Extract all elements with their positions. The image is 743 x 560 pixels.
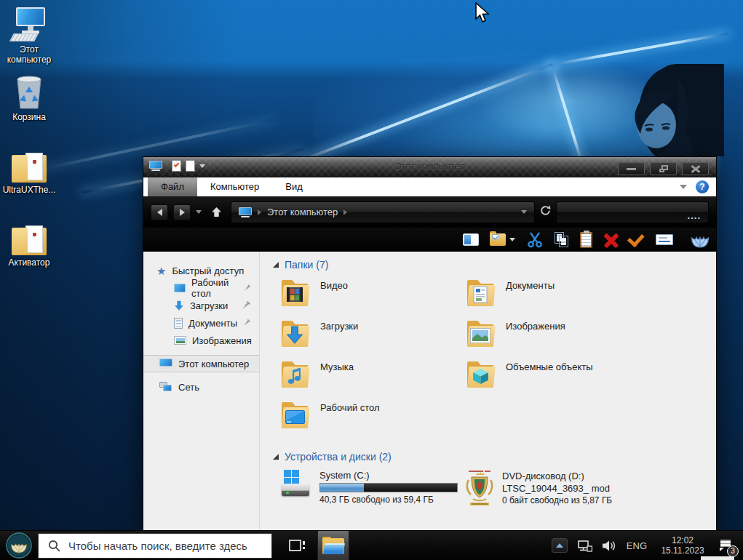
taskbar-clock[interactable]: 12:02 15.11.2023 (656, 535, 709, 556)
rename-button[interactable] (656, 230, 673, 250)
cut-button[interactable] (526, 230, 544, 250)
notification-center-button[interactable]: 3 (718, 536, 737, 555)
folder-label: Загрузки (320, 321, 358, 332)
desktop-icon-activator-folder[interactable]: Активатор (1, 220, 57, 268)
sidebar-item-label: Быстрый доступ (172, 265, 244, 276)
sidebar-item-network[interactable]: Сеть (143, 378, 259, 396)
desktop-icon-this-pc[interactable]: Этот компьютер (1, 7, 57, 65)
recent-locations-icon[interactable] (196, 210, 202, 214)
collapse-triangle-icon (273, 454, 279, 460)
new-folder-button[interactable] (490, 230, 515, 250)
language-indicator[interactable]: ENG (627, 540, 647, 551)
sidebar-item-label: Сеть (178, 382, 199, 393)
chevron-down-icon[interactable] (509, 238, 515, 241)
search-input[interactable] (68, 540, 254, 552)
copy-button[interactable] (555, 230, 569, 250)
drive-tile-dvd-d[interactable]: DVD-дисковод (D:) LTSC_19044_3693_ mod 0… (466, 470, 716, 508)
search-input[interactable]: .... (556, 201, 709, 223)
mouse-cursor (474, 2, 490, 27)
disk-usage-bar (319, 483, 458, 492)
clock-time: 12:02 (656, 535, 709, 545)
group-header-drives[interactable]: Устройства и диски (2) (273, 451, 716, 463)
drive-name: DVD-дисковод (D:) (502, 470, 612, 482)
folder-icon (11, 222, 47, 255)
desktop-icon-ultraux-folder[interactable]: UltraUXThe... (1, 148, 57, 195)
new-window-icon[interactable] (186, 160, 195, 172)
network-tray-icon[interactable] (577, 540, 592, 552)
taskbar-explorer-button[interactable] (317, 531, 349, 560)
desktop-icon-recycle-bin[interactable]: Корзина (1, 75, 57, 122)
explorer-window: Этот компьютер Файл Компьютер Вид ? Этот… (143, 156, 717, 530)
tab-computer[interactable]: Компьютер (197, 177, 272, 196)
volume-icon[interactable] (602, 540, 617, 552)
folder-tile-downloads[interactable]: Загрузки (280, 319, 466, 359)
minimize-button[interactable] (618, 162, 645, 175)
folder-tile-3d-objects[interactable]: Объемные объекты (466, 359, 651, 400)
delete-button[interactable] (603, 230, 619, 250)
tab-view[interactable]: Вид (272, 177, 316, 196)
desktop-icon-label: Активатор (1, 257, 57, 268)
folder-icon (280, 278, 309, 308)
start-button[interactable] (0, 532, 38, 559)
up-button[interactable] (207, 204, 226, 221)
picture-glyph-icon (470, 328, 490, 343)
sidebar-item-this-pc[interactable]: Этот компьютер (143, 355, 259, 372)
folder-tile-video[interactable]: Видео (280, 278, 466, 319)
collapse-triangle-icon (273, 262, 279, 268)
forward-button[interactable] (173, 204, 191, 220)
taskbar: ENG 12:02 15.11.2023 3 (0, 530, 743, 560)
taskbar-search[interactable] (38, 533, 272, 559)
sidebar-item-label: Этот компьютер (178, 359, 249, 369)
close-button[interactable] (682, 162, 709, 175)
layout-panel-button[interactable] (463, 230, 479, 250)
chevron-down-icon[interactable] (199, 164, 205, 168)
restore-button[interactable] (650, 162, 677, 175)
folder-label: Рабочий стол (320, 402, 380, 413)
navigation-bar: Этот компьютер .... (143, 196, 716, 228)
download-arrow-icon (287, 326, 303, 345)
folder-tile-desktop[interactable]: Рабочий стол (280, 400, 466, 441)
computer-icon[interactable] (149, 161, 162, 171)
window-controls (618, 162, 709, 175)
sidebar-item-documents[interactable]: Документы (143, 314, 259, 332)
computer-icon (239, 207, 252, 217)
desktop-icon-label: Этот компьютер (1, 44, 57, 65)
task-view-icon (289, 538, 306, 553)
ribbon-tab-bar: Файл Компьютер Вид ? (143, 177, 716, 196)
group-header-folders[interactable]: Папки (7) (273, 259, 716, 271)
address-bar[interactable]: Этот компьютер (231, 201, 535, 223)
file-list-pane: Папки (7) Видео (260, 252, 716, 531)
drive-tile-system-c[interactable]: System (C:) 40,3 ГБ свободно из 59,4 ГБ (280, 470, 466, 508)
classic-shell-button[interactable] (690, 230, 710, 250)
document-glyph-icon (473, 286, 488, 303)
folder-tile-pictures[interactable]: Изображения (466, 319, 651, 359)
folder-tile-documents[interactable]: Документы (466, 278, 651, 319)
folder-tile-music[interactable]: Музыка (280, 359, 466, 400)
folder-label: Изображения (506, 321, 565, 332)
group-title: Папки (7) (285, 259, 328, 271)
refresh-button[interactable] (540, 205, 551, 219)
tab-file[interactable]: Файл (148, 177, 197, 196)
sidebar-item-downloads[interactable]: Загрузки (143, 297, 259, 314)
pin-icon (243, 319, 250, 327)
breadcrumb[interactable]: Этот компьютер (267, 207, 338, 217)
folder-icon (280, 400, 309, 431)
drive-free-space: 0 байт свободно из 5,87 ГБ (502, 495, 612, 507)
back-button[interactable] (151, 204, 168, 220)
expand-ribbon-icon[interactable] (680, 185, 687, 189)
address-dropdown-icon[interactable] (521, 210, 527, 214)
properties-check-icon[interactable] (172, 160, 181, 172)
task-view-button[interactable] (284, 531, 310, 560)
sidebar-item-desktop[interactable]: Рабочий стол (143, 279, 259, 297)
help-icon[interactable]: ? (696, 180, 709, 193)
sidebar-item-pictures[interactable]: Изображения (143, 332, 259, 349)
scissors-icon (526, 231, 544, 248)
tray-chevron-up-button[interactable] (552, 538, 568, 553)
window-titlebar[interactable]: Этот компьютер (143, 157, 716, 177)
file-explorer-icon (322, 537, 344, 554)
dvd-emblem-icon (466, 470, 493, 508)
select-button[interactable] (630, 230, 645, 250)
folder-label: Музыка (320, 361, 354, 372)
show-desktop-strip[interactable] (701, 556, 734, 560)
paste-button[interactable] (580, 230, 592, 250)
